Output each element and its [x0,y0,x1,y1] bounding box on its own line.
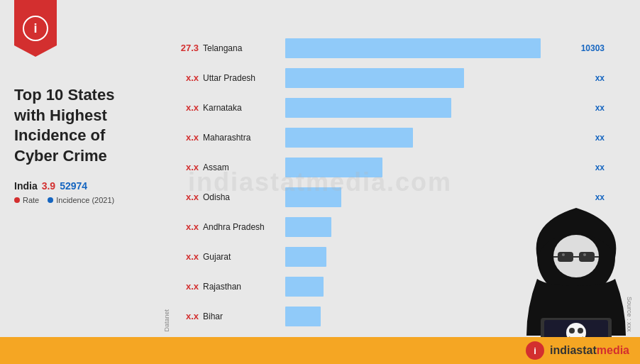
source-text: Source : xxx [626,297,633,332]
state-name: Uttar Pradesh [203,73,281,83]
rate-label: x.x [170,281,199,292]
rate-label: x.x [170,192,199,202]
bar [285,217,331,237]
svg-point-7 [562,253,565,256]
hacker-figure [519,194,633,336]
rate-label: x.x [170,162,199,172]
footer-logo-icon: i [526,341,544,360]
bar-value: 10303 [581,43,605,53]
bar [285,277,324,297]
left-panel: i Top 10 States with Highest Incidence o… [0,0,163,364]
main-container: indiastatmedia.com i Top 10 States with … [0,0,640,364]
legend: Rate Incidence (2021) [14,196,153,204]
rate-label: x.x [170,72,199,83]
india-rate: 3.9 [42,180,55,192]
rate-label: x.x [170,132,199,143]
footer-brand-part1: indiastat [550,344,597,356]
bar-row: x.xAssamxx [170,154,583,181]
bar-value: xx [595,133,605,143]
legend-incidence-label: Incidence (2021) [56,196,114,204]
legend-rate-label: Rate [23,196,39,204]
legend-rate: Rate [14,196,39,204]
bar [285,158,382,177]
rate-label: x.x [170,251,199,262]
bar-container: 10303 [285,38,583,58]
bar-value: xx [595,103,605,113]
svg-rect-3 [579,252,595,262]
datanet-text: Datanet [163,309,170,332]
state-name: Bihar [203,311,281,321]
bar-value: xx [595,73,605,83]
bar-row: x.xMaharashtraxx [170,124,583,151]
bar [285,307,321,326]
state-name: Assam [203,162,281,172]
bar-container: xx [285,68,583,88]
footer: i indiastatmedia [0,337,640,364]
bar-row: x.xKarnatakaxx [170,94,583,121]
dot-blue [48,197,53,203]
svg-rect-2 [558,252,573,262]
rate-label: 27.3 [170,43,199,53]
bar [285,68,464,88]
dot-red [14,197,20,203]
rate-label: x.x [170,102,199,113]
state-name: Telangana [203,43,281,53]
bar-row: 27.3Telangana10303 [170,35,583,62]
bar [285,98,451,118]
info-icon: i [23,16,48,41]
main-title: Top 10 States with Highest Incidence of … [14,85,153,166]
bar-container: xx [285,158,583,177]
bar [285,128,413,148]
svg-point-8 [583,253,586,256]
india-stats: India 3.9 52974 [14,180,153,192]
svg-point-12 [569,328,575,333]
rate-label: x.x [170,221,199,232]
legend-incidence: Incidence (2021) [48,196,114,204]
footer-brand-part2: media [597,344,629,356]
rate-label: x.x [170,311,199,321]
bar-row: x.xUttar Pradeshxx [170,65,583,92]
state-name: Andhra Pradesh [203,222,281,232]
india-incidence: 52974 [60,180,87,192]
bar-value: xx [595,162,605,172]
bar-container: xx [285,98,583,118]
info-banner: i [14,0,57,57]
state-name: Rajasthan [203,282,281,292]
bar [285,247,326,267]
bar [285,38,541,58]
title-section: Top 10 States with Highest Incidence of … [14,85,153,166]
state-name: Gujarat [203,252,281,262]
state-name: Karnataka [203,103,281,113]
state-name: Maharashtra [203,133,281,143]
india-label: India [14,180,38,192]
svg-point-13 [578,328,583,333]
bar-container: xx [285,128,583,148]
footer-brand: indiastatmedia [550,344,629,357]
bar [285,187,341,207]
state-name: Odisha [203,192,281,202]
